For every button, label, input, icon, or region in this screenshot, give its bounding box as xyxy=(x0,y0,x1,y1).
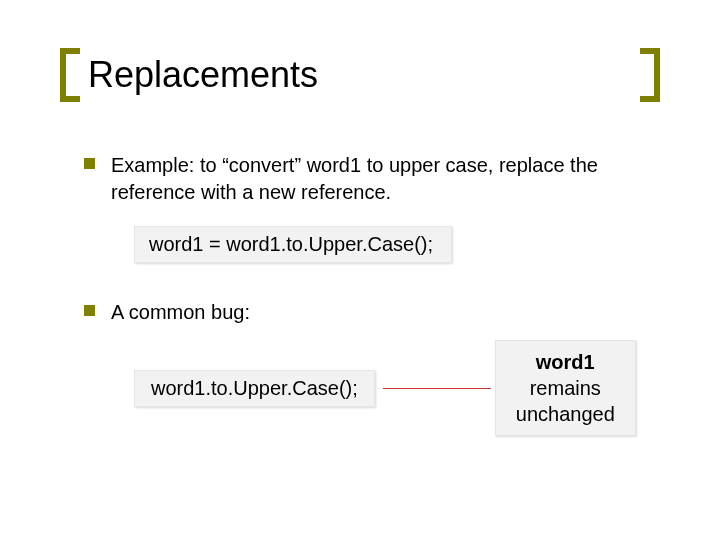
connector-line-icon xyxy=(383,388,491,389)
code-example-2: word1.to.Upper.Case(); xyxy=(134,370,375,407)
note-box: word1 remains unchanged xyxy=(495,340,636,436)
note-line: remains xyxy=(530,377,601,399)
slide: Replacements Example: to “convert” word1… xyxy=(0,0,720,540)
bug-row: word1.to.Upper.Case(); word1 remains unc… xyxy=(134,340,660,436)
slide-body: Example: to “convert” word1 to upper cas… xyxy=(60,152,660,436)
bracket-right-icon xyxy=(640,48,660,102)
code-example-1: word1 = word1.to.Upper.Case(); xyxy=(134,226,452,263)
note-line: unchanged xyxy=(516,403,615,425)
bullet-square-icon xyxy=(84,158,95,169)
bullet-item: Example: to “convert” word1 to upper cas… xyxy=(84,152,660,206)
title-bar: Replacements xyxy=(60,48,660,102)
bullet-item: A common bug: xyxy=(84,299,660,326)
bracket-left-icon xyxy=(60,48,80,102)
note-strong: word1 xyxy=(536,351,595,373)
bullet-square-icon xyxy=(84,305,95,316)
bullet-text: A common bug: xyxy=(111,299,250,326)
bullet-text: Example: to “convert” word1 to upper cas… xyxy=(111,152,660,206)
slide-title: Replacements xyxy=(80,48,640,102)
